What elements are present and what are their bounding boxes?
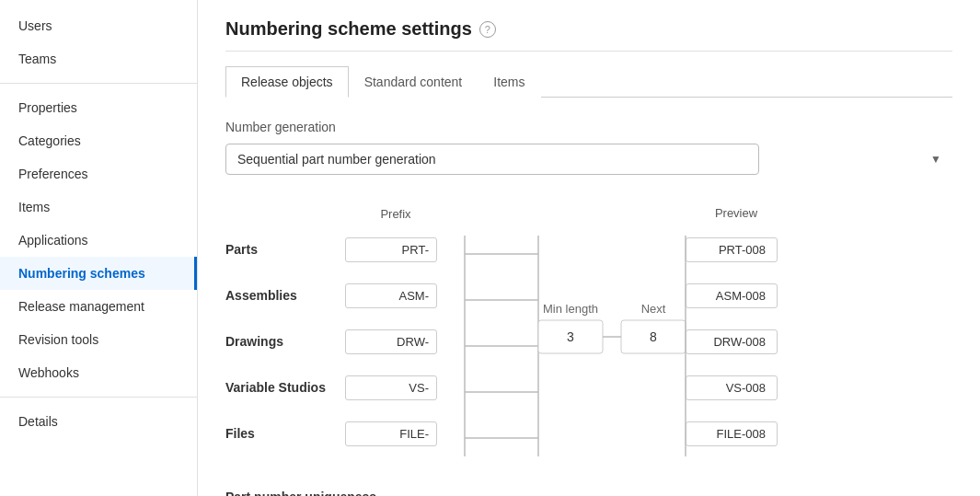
tab-standard-content[interactable]: Standard content bbox=[349, 66, 478, 98]
next-value: 8 bbox=[650, 329, 657, 344]
sidebar: Users Teams Properties Categories Prefer… bbox=[0, 0, 198, 496]
schema-row: Drawings bbox=[225, 318, 446, 364]
schema-row: Assemblies bbox=[225, 272, 446, 318]
sidebar-divider-1 bbox=[0, 83, 197, 84]
sidebar-item-numbering-schemes[interactable]: Numbering schemes bbox=[0, 257, 197, 290]
svg-text:Min length: Min length bbox=[543, 302, 598, 316]
schema-row: Parts bbox=[225, 226, 446, 272]
prefix-input[interactable] bbox=[345, 237, 437, 262]
sidebar-item-users[interactable]: Users bbox=[0, 9, 197, 42]
page-title: Numbering scheme settings bbox=[225, 18, 472, 40]
row-label: Parts bbox=[225, 242, 345, 257]
sidebar-item-release-management[interactable]: Release management bbox=[0, 290, 197, 323]
prefix-header: Prefix bbox=[345, 207, 446, 221]
sidebar-item-revision-tools[interactable]: Revision tools bbox=[0, 323, 197, 356]
tab-release-objects[interactable]: Release objects bbox=[225, 66, 349, 98]
sidebar-divider-2 bbox=[0, 397, 197, 398]
sidebar-item-categories[interactable]: Categories bbox=[0, 124, 197, 157]
sidebar-item-applications[interactable]: Applications bbox=[0, 224, 197, 257]
row-label: Assemblies bbox=[225, 288, 345, 303]
sidebar-item-properties[interactable]: Properties bbox=[0, 91, 197, 124]
main-content: Numbering scheme settings ? Release obje… bbox=[198, 0, 980, 496]
sidebar-item-webhooks[interactable]: Webhooks bbox=[0, 356, 197, 389]
dropdown-arrow-icon: ▼ bbox=[930, 153, 941, 166]
sidebar-item-teams[interactable]: Teams bbox=[0, 42, 197, 75]
number-generation-label: Number generation bbox=[225, 120, 952, 134]
min-length-value: 3 bbox=[567, 329, 574, 344]
tab-bar: Release objects Standard content Items bbox=[225, 66, 952, 98]
page-title-container: Numbering scheme settings ? bbox=[225, 18, 952, 52]
prefix-input[interactable] bbox=[345, 375, 437, 400]
schema-row: Variable Studios bbox=[225, 364, 446, 410]
uniqueness-title: Part number uniqueness bbox=[225, 490, 952, 496]
number-generation-dropdown[interactable]: Sequential part number generation bbox=[225, 144, 759, 175]
sidebar-item-items[interactable]: Items bbox=[0, 190, 197, 224]
row-label: Drawings bbox=[225, 334, 345, 349]
uniqueness-section: Part number uniqueness All part numbers … bbox=[225, 490, 952, 496]
dropdown-wrapper: Sequential part number generation ▼ bbox=[225, 144, 952, 175]
schema-row: Files bbox=[225, 410, 446, 456]
svg-text:Next: Next bbox=[641, 302, 666, 316]
prefix-input[interactable] bbox=[345, 329, 437, 354]
row-label: Variable Studios bbox=[225, 380, 345, 395]
sidebar-item-details[interactable]: Details bbox=[0, 405, 197, 438]
connector-svg: 3 8 Min length Next bbox=[446, 201, 704, 486]
prefix-input[interactable] bbox=[345, 421, 437, 446]
tab-items[interactable]: Items bbox=[478, 66, 540, 98]
help-icon[interactable]: ? bbox=[479, 21, 496, 38]
prefix-input[interactable] bbox=[345, 283, 437, 308]
sidebar-item-preferences[interactable]: Preferences bbox=[0, 157, 197, 190]
row-label: Files bbox=[225, 426, 345, 441]
